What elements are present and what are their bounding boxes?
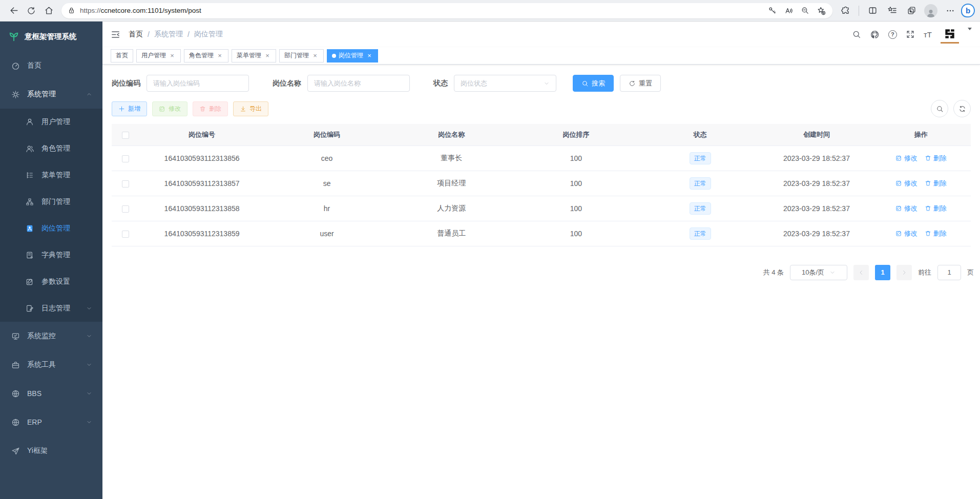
status-select[interactable]: 岗位状态 — [454, 75, 556, 92]
sidebar-item-monitor[interactable]: 系统监控 — [0, 322, 102, 350]
prev-page-button[interactable] — [853, 265, 869, 280]
delete-button[interactable]: 删除 — [193, 101, 228, 116]
extensions-icon[interactable] — [837, 3, 854, 19]
tab-role-management[interactable]: 角色管理 × — [184, 49, 228, 63]
sidebar-item-roles[interactable]: 角色管理 — [0, 135, 102, 162]
chevron-down-icon — [86, 419, 92, 425]
bing-chat-icon[interactable]: b — [961, 4, 975, 17]
col-status: 状态 — [638, 124, 762, 145]
edit-settings-icon — [25, 278, 35, 286]
browser-settings-menu-icon[interactable] — [942, 3, 959, 19]
table-row: 1641030593112313859 user 普通员工 100 正常 202… — [112, 221, 971, 246]
breadcrumb: 首页 / 系统管理 / 岗位管理 — [129, 30, 223, 39]
reset-button[interactable]: 重置 — [620, 75, 661, 92]
page-number-button[interactable]: 1 — [875, 265, 890, 280]
header-search-icon[interactable] — [852, 30, 861, 39]
post-name-input[interactable]: 请输入岗位名称 — [307, 75, 410, 92]
sidebar-item-erp[interactable]: ERP — [0, 408, 102, 436]
lock-icon[interactable] — [68, 7, 75, 14]
sidebar-item-menus[interactable]: 菜单管理 — [0, 162, 102, 189]
sidebar-item-yi-framework[interactable]: Yi框架 — [0, 436, 102, 465]
globe-icon — [10, 418, 20, 427]
browser-home-button[interactable] — [40, 3, 57, 19]
row-checkbox[interactable] — [122, 205, 129, 213]
row-delete-link[interactable]: 删除 — [925, 204, 947, 213]
tab-post-management[interactable]: 岗位管理 × — [327, 49, 378, 63]
profile-avatar[interactable] — [922, 3, 940, 19]
favorites-hub-icon[interactable] — [883, 3, 901, 19]
help-icon[interactable]: ? — [888, 30, 897, 39]
add-button[interactable]: 新增 — [112, 101, 147, 116]
users-group-icon — [25, 144, 35, 153]
sidebar-collapse-icon[interactable] — [111, 30, 120, 39]
close-icon[interactable]: × — [264, 52, 271, 59]
sidebar-item-departments[interactable]: 部门管理 — [0, 189, 102, 215]
breadcrumb-home[interactable]: 首页 — [129, 30, 143, 39]
search-button[interactable]: 搜索 — [573, 75, 614, 92]
sidebar-item-bbs[interactable]: BBS — [0, 379, 102, 408]
row-edit-link[interactable]: 修改 — [895, 179, 918, 188]
avatar-caret-icon[interactable] — [968, 30, 972, 38]
close-icon[interactable]: × — [216, 52, 223, 59]
github-icon[interactable] — [870, 30, 880, 39]
select-all-checkbox[interactable] — [122, 132, 129, 139]
sidebar-item-home[interactable]: 首页 — [0, 51, 102, 80]
row-delete-link[interactable]: 删除 — [925, 154, 947, 163]
sidebar-item-logs[interactable]: 日志管理 — [0, 295, 102, 322]
pagination: 共 4 条 10条/页 1 前往 1 页 — [112, 265, 974, 280]
refresh-table-button[interactable] — [953, 100, 971, 117]
refresh-icon — [958, 105, 966, 113]
close-icon[interactable]: × — [169, 52, 176, 59]
post-code-input[interactable]: 请输入岗位编码 — [147, 75, 249, 92]
toggle-search-button[interactable] — [931, 100, 948, 117]
edit-button[interactable]: 修改 — [152, 101, 187, 116]
tab-user-management[interactable]: 用户管理 × — [136, 49, 181, 63]
browser-toolbar: https://ccnetcore.com:1101/system/post — [0, 0, 980, 22]
row-checkbox[interactable] — [122, 180, 129, 188]
row-delete-link[interactable]: 删除 — [925, 179, 947, 188]
next-page-button[interactable] — [896, 265, 912, 280]
split-screen-icon[interactable] — [864, 3, 881, 19]
row-checkbox[interactable] — [122, 155, 129, 162]
row-checkbox[interactable] — [122, 231, 129, 238]
sidebar-item-system[interactable]: 系统管理 — [0, 80, 102, 109]
toolbox-icon — [10, 361, 20, 369]
edit-icon — [895, 205, 902, 212]
tab-department-management[interactable]: 部门管理 × — [279, 49, 324, 63]
browser-refresh-button[interactable] — [23, 3, 40, 19]
breadcrumb-system[interactable]: 系统管理 — [154, 30, 183, 39]
row-edit-link[interactable]: 修改 — [895, 204, 918, 213]
status-badge: 正常 — [690, 227, 711, 240]
fullscreen-icon[interactable] — [906, 30, 915, 39]
row-edit-link[interactable]: 修改 — [895, 154, 918, 163]
close-icon[interactable]: × — [366, 52, 373, 59]
sidebar-item-tools[interactable]: 系统工具 — [0, 350, 102, 379]
close-icon[interactable]: × — [311, 52, 319, 59]
chevron-down-icon — [86, 362, 92, 368]
user-avatar-logo[interactable] — [941, 25, 959, 44]
address-bar[interactable]: https://ccnetcore.com:1101/system/post — [61, 3, 832, 18]
page-size-select[interactable]: 10条/页 — [790, 265, 847, 280]
refresh-icon — [27, 6, 36, 15]
tab-menu-management[interactable]: 菜单管理 × — [232, 49, 276, 63]
browser-back-button[interactable] — [5, 3, 23, 19]
sidebar-item-parameters[interactable]: 参数设置 — [0, 268, 102, 295]
read-aloud-icon[interactable] — [781, 4, 796, 17]
sidebar-item-dictionaries[interactable]: 字典管理 — [0, 242, 102, 268]
table-row: 1641030593112313857 se 项目经理 100 正常 2023-… — [112, 171, 971, 196]
search-icon — [581, 80, 589, 87]
sidebar-item-posts[interactable]: 岗位管理 — [0, 215, 102, 242]
export-button[interactable]: 导出 — [233, 101, 268, 116]
font-size-icon[interactable]: тT — [924, 30, 932, 39]
chevron-right-icon — [901, 269, 907, 276]
tab-group-add-icon[interactable] — [903, 3, 920, 19]
password-key-icon[interactable] — [765, 4, 779, 17]
zoom-out-icon[interactable] — [798, 4, 812, 17]
tab-home[interactable]: 首页 — [111, 49, 133, 63]
monitor-icon — [10, 332, 20, 341]
add-favorite-star-icon[interactable] — [814, 4, 828, 17]
sidebar-item-users[interactable]: 用户管理 — [0, 109, 102, 135]
goto-page-input[interactable]: 1 — [937, 265, 961, 280]
row-edit-link[interactable]: 修改 — [895, 229, 918, 238]
row-delete-link[interactable]: 删除 — [925, 229, 947, 238]
